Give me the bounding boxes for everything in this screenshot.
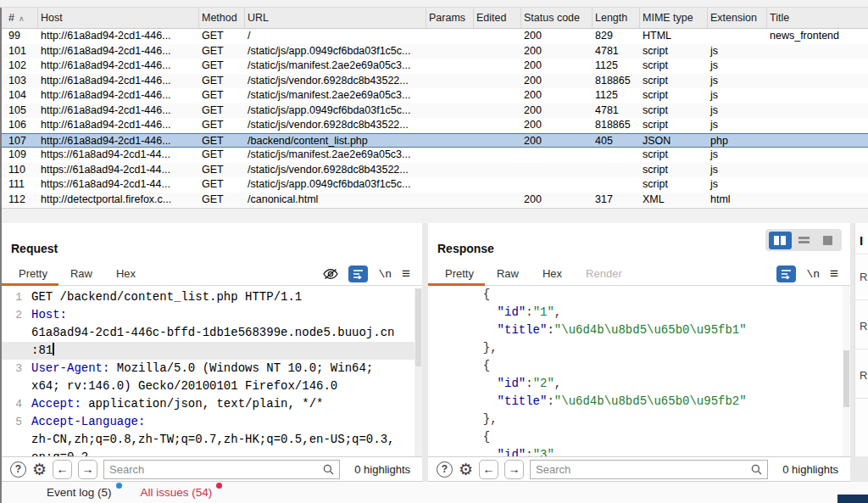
code-segment: "\u6d4b\u8bd5\u65b0\u95fb1" — [554, 323, 747, 337]
cell-extension: js — [708, 163, 767, 178]
cell-edited — [474, 59, 521, 74]
cell-host: http://61a8ad94-2cd1-446... — [38, 103, 199, 119]
help-icon[interactable]: ? — [437, 461, 453, 478]
line-number: 1 — [2, 288, 22, 306]
table-row[interactable]: 110https://61a8ad94-2cd1-44...GET/static… — [2, 163, 868, 178]
tab-pretty-request[interactable]: Pretty — [2, 264, 58, 285]
column-header-length[interactable]: Length — [593, 8, 640, 28]
code-text: User-Agent: Mozilla/5.0 (Windows NT 10.0… — [31, 360, 373, 377]
layout-single-button[interactable] — [816, 232, 839, 249]
table-row[interactable]: 109https://61a8ad94-2cd1-44...GET/static… — [2, 148, 868, 163]
show-newlines-icon[interactable]: \n — [806, 268, 820, 281]
column-header-mime-type[interactable]: MIME type — [640, 8, 708, 28]
syntax-highlight-icon[interactable] — [776, 265, 796, 282]
editor-line: { — [428, 286, 850, 304]
editor-line: "id":"3" — [428, 446, 850, 456]
table-row[interactable]: 99http://61a8ad94-2cd1-446...GET/200829H… — [2, 29, 868, 44]
tab-raw-response[interactable]: Raw — [485, 264, 531, 285]
cell-params — [426, 103, 474, 119]
syntax-highlight-icon[interactable] — [348, 265, 368, 282]
cell-url: /backend/content_list.php — [245, 134, 426, 148]
cell-mime: script — [640, 118, 708, 133]
request-editor[interactable]: 1GET /backend/content_list.php HTTP/1.12… — [2, 288, 422, 456]
inspector-panel-collapsed[interactable]: I R R R — [854, 223, 868, 456]
column-header-#[interactable]: #∧ — [2, 8, 38, 28]
code-segment: Mozilla/5.0 (Windows NT 10.0; Win64; — [109, 361, 373, 375]
cell-status: 200 — [521, 44, 593, 59]
cell-params — [426, 193, 474, 208]
prev-match-button[interactable]: ← — [479, 460, 498, 479]
gear-icon[interactable]: ⚙ — [459, 461, 473, 478]
cell-extension: js — [708, 88, 767, 103]
cell-status: 200 — [521, 88, 593, 103]
tab-render-response[interactable]: Render — [574, 264, 634, 285]
cell-num: 109 — [2, 148, 38, 163]
table-row-selected[interactable]: 107http://61a8ad94-2cd1-446...GET/backen… — [2, 133, 868, 148]
code-segment — [469, 394, 498, 408]
table-panel-splitter[interactable] — [2, 208, 868, 223]
editor-line: { — [428, 357, 850, 375]
cell-method: GET — [199, 193, 245, 208]
tab-hex-request[interactable]: Hex — [104, 264, 147, 285]
column-header-params[interactable]: Params — [426, 8, 474, 28]
layout-columns-button[interactable] — [769, 232, 792, 249]
next-match-button[interactable]: → — [78, 460, 97, 479]
code-text: { — [469, 428, 490, 446]
all-issues-link[interactable]: All issues (54) — [141, 486, 213, 499]
editor-menu-icon[interactable]: ≡ — [402, 268, 410, 280]
cell-params — [426, 44, 474, 59]
cell-num: 102 — [2, 59, 38, 74]
request-scrollbar[interactable] — [415, 288, 422, 456]
table-row[interactable]: 106http://61a8ad94-2cd1-446...GET/static… — [2, 118, 868, 133]
layout-rows-button[interactable] — [793, 232, 815, 249]
code-segment: }, — [469, 341, 498, 355]
column-header-extension[interactable]: Extension — [708, 8, 767, 28]
response-search-input[interactable] — [536, 463, 751, 476]
next-match-button[interactable]: → — [504, 460, 524, 479]
column-header-title[interactable]: Title — [767, 8, 868, 28]
cell-num: 110 — [2, 163, 38, 178]
cell-url: /static/js/manifest.2ae2e69a05c3... — [245, 59, 426, 74]
response-editor[interactable]: { "id":"1", "title":"\u6d4b\u8bd5\u65b0\… — [428, 286, 850, 456]
column-header-status-code[interactable]: Status code — [521, 8, 593, 28]
table-row[interactable]: 111https://61a8ad94-2cd1-44...GET/static… — [2, 177, 868, 193]
table-row[interactable]: 104http://61a8ad94-2cd1-446...GET/static… — [2, 88, 868, 103]
cell-extension: js — [708, 177, 767, 193]
cell-params — [426, 118, 474, 133]
table-row[interactable]: 112http://detectportal.firefox.c...GET/c… — [2, 193, 868, 208]
cell-params — [426, 59, 474, 74]
help-icon[interactable]: ? — [10, 461, 26, 478]
gear-icon[interactable]: ⚙ — [32, 461, 47, 478]
response-scrollbar[interactable] — [843, 286, 850, 456]
sort-ascending-icon: ∧ — [19, 14, 25, 23]
editor-menu-icon[interactable]: ≡ — [830, 268, 838, 280]
tab-hex-response[interactable]: Hex — [531, 264, 574, 285]
code-segment: "2" — [533, 377, 554, 390]
column-header-host[interactable]: Host — [38, 8, 199, 28]
tab-pretty-response[interactable]: Pretty — [428, 264, 485, 285]
table-row[interactable]: 105http://61a8ad94-2cd1-446...GET/static… — [2, 103, 868, 119]
cell-edited — [474, 193, 521, 208]
tab-raw-request[interactable]: Raw — [58, 264, 104, 285]
eye-off-icon[interactable] — [323, 268, 338, 280]
cell-extension: js — [708, 74, 767, 89]
cell-num: 101 — [2, 44, 38, 59]
table-row[interactable]: 101http://61a8ad94-2cd1-446...GET/static… — [2, 44, 868, 59]
column-header-url[interactable]: URL — [245, 8, 426, 28]
table-row[interactable]: 103http://61a8ad94-2cd1-446...GET/static… — [2, 74, 868, 89]
show-newlines-icon[interactable]: \n — [378, 268, 392, 281]
response-panel: Response PrettyRawHexRender \n ≡ { "id":… — [428, 223, 850, 456]
event-log-link[interactable]: Event log (5) — [47, 486, 112, 499]
cell-edited — [474, 103, 521, 119]
cell-host: http://61a8ad94-2cd1-446... — [38, 74, 199, 89]
cell-host: http://61a8ad94-2cd1-446... — [38, 29, 199, 44]
column-header-edited[interactable]: Edited — [474, 8, 521, 28]
line-number: 3 — [2, 360, 22, 377]
prev-match-button[interactable]: ← — [53, 460, 72, 479]
table-row[interactable]: 102http://61a8ad94-2cd1-446...GET/static… — [2, 59, 868, 74]
column-header-method[interactable]: Method — [199, 8, 245, 28]
cell-title — [767, 74, 868, 89]
cell-title — [767, 118, 868, 133]
request-search-input[interactable] — [109, 463, 323, 476]
editor-line: 1GET /backend/content_list.php HTTP/1.1 — [2, 288, 422, 306]
